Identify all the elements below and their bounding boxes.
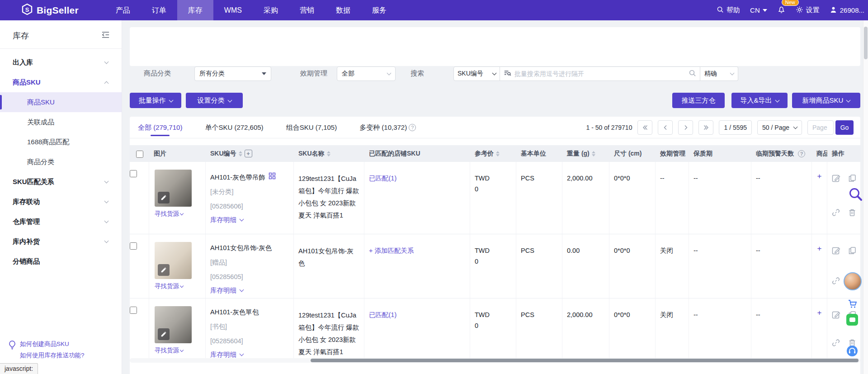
push-3pl-button[interactable]: 推送三方仓 bbox=[672, 93, 725, 108]
nav-item-purchase[interactable]: 采购 bbox=[253, 0, 289, 20]
vertical-scrollbar-thumb[interactable] bbox=[864, 27, 868, 59]
nav-item-inventory[interactable]: 库存 bbox=[177, 0, 213, 20]
cart-icon[interactable] bbox=[847, 298, 858, 309]
nav-item-marketing[interactable]: 营销 bbox=[289, 0, 325, 20]
sidebar-subitem-linked-finished[interactable]: 关联成品 bbox=[0, 112, 122, 132]
settings-button[interactable]: 设置 bbox=[796, 6, 820, 15]
nav-item-services[interactable]: 服务 bbox=[361, 0, 397, 20]
set-category-button[interactable]: 设置分类 bbox=[186, 93, 243, 108]
collapse-sidebar-icon[interactable] bbox=[101, 31, 110, 40]
edit-icon[interactable] bbox=[831, 310, 840, 330]
sku-name: 129test1231【CuJa箱包】今年流行 爆款 小包包 女 2023新款 … bbox=[294, 298, 364, 358]
first-page-button[interactable] bbox=[637, 120, 652, 135]
user-account[interactable]: 26908... bbox=[830, 6, 864, 15]
combination-sku-icon[interactable] bbox=[269, 172, 276, 183]
tab-single-sku[interactable]: 单个SKU (272,605) bbox=[205, 117, 263, 138]
sidebar-item-distribution[interactable]: 分销商品 bbox=[0, 251, 122, 271]
nav-item-wms[interactable]: WMS bbox=[213, 0, 253, 20]
help-button[interactable]: 帮助 bbox=[717, 6, 740, 14]
add-extra-link[interactable]: + bbox=[812, 234, 827, 298]
product-image[interactable] bbox=[155, 170, 192, 207]
link-icon[interactable] bbox=[831, 276, 840, 298]
chat-icon[interactable] bbox=[846, 314, 858, 326]
search-field-select[interactable]: SKU编号 bbox=[453, 66, 500, 81]
matched-store-sku-link[interactable]: 已匹配(1) bbox=[369, 175, 396, 182]
sidebar-subitem-1688-match[interactable]: 1688商品匹配 bbox=[0, 132, 122, 152]
link-icon[interactable] bbox=[831, 208, 840, 234]
add-column-icon[interactable] bbox=[245, 150, 252, 157]
headset-icon[interactable] bbox=[846, 345, 858, 357]
go-button[interactable]: Go bbox=[835, 120, 854, 135]
edit-image-icon[interactable] bbox=[158, 264, 170, 276]
sidebar-item-stock-sync[interactable]: 库存联动 bbox=[0, 192, 122, 212]
sort-icon[interactable] bbox=[239, 151, 242, 156]
tab-combo-sku[interactable]: 组合SKU (7,105) bbox=[286, 117, 337, 138]
sidebar-item-sku-match[interactable]: SKU匹配关系 bbox=[0, 172, 122, 192]
brand-logo[interactable]: S BigSeller bbox=[21, 3, 79, 18]
stock-detail-link[interactable]: 库存明细 bbox=[210, 285, 289, 296]
sort-icon[interactable] bbox=[327, 151, 330, 156]
chevron-down-icon bbox=[180, 348, 184, 351]
nav-item-data[interactable]: 数据 bbox=[325, 0, 361, 20]
row-checkbox[interactable] bbox=[130, 242, 137, 250]
sort-icon[interactable] bbox=[496, 151, 500, 156]
add-extra-link[interactable]: + bbox=[812, 162, 827, 234]
edit-image-icon[interactable] bbox=[158, 192, 170, 204]
row-checkbox[interactable] bbox=[130, 307, 137, 314]
page-jump-input[interactable] bbox=[812, 124, 829, 131]
add-extra-link[interactable]: + bbox=[812, 298, 827, 358]
sidebar-item-product-sku-group[interactable]: 商品SKU bbox=[0, 72, 122, 92]
sidebar-item-inout[interactable]: 出入库 bbox=[0, 52, 122, 72]
sku-code: AH101-灰色帶吊飾 bbox=[210, 172, 265, 183]
sidebar-subitem-product-sku[interactable]: 商品SKU bbox=[0, 92, 122, 112]
find-source-link[interactable]: 寻找货源 bbox=[155, 210, 205, 218]
help-link-stock-push[interactable]: 如何使用库存推送功能? bbox=[20, 351, 85, 360]
help-link-create-sku[interactable]: 如何创建商品SKU bbox=[20, 340, 85, 348]
sidebar-item-replenish[interactable]: 库内补货 bbox=[0, 232, 122, 251]
find-source-link[interactable]: 寻找货源 bbox=[155, 346, 205, 355]
edit-icon[interactable] bbox=[831, 246, 840, 268]
import-export-button[interactable]: 导入&导出 bbox=[731, 93, 788, 108]
language-selector[interactable]: CN bbox=[750, 6, 767, 14]
add-sku-button[interactable]: 新增商品SKU bbox=[792, 93, 860, 108]
nav-item-products[interactable]: 产品 bbox=[105, 0, 141, 20]
link-icon[interactable] bbox=[831, 338, 840, 358]
expiry-select[interactable]: 全部 bbox=[337, 66, 396, 81]
sidebar-subitem-product-category[interactable]: 商品分类 bbox=[0, 152, 122, 172]
find-source-link[interactable]: 寻找货源 bbox=[155, 282, 205, 290]
question-icon[interactable] bbox=[409, 124, 416, 131]
category-select[interactable]: 所有分类 bbox=[194, 66, 271, 81]
next-page-button[interactable] bbox=[678, 120, 693, 135]
copy-icon[interactable] bbox=[848, 246, 857, 268]
sort-icon[interactable] bbox=[592, 151, 595, 156]
edit-icon[interactable] bbox=[831, 174, 840, 200]
nav-item-orders[interactable]: 订单 bbox=[141, 0, 177, 20]
product-image[interactable] bbox=[155, 242, 192, 279]
product-image[interactable] bbox=[155, 306, 192, 343]
add-match-link[interactable]: + 添加匹配关系 bbox=[369, 247, 414, 254]
match-mode-select[interactable]: 精确 bbox=[700, 66, 738, 81]
sidebar-item-warehouse[interactable]: 仓库管理 bbox=[0, 212, 122, 232]
delete-icon[interactable] bbox=[848, 208, 857, 234]
matched-store-sku-link[interactable]: 已匹配(1) bbox=[369, 311, 396, 318]
tab-all[interactable]: 全部 (279,710) bbox=[138, 117, 182, 138]
horizontal-scrollbar-thumb[interactable] bbox=[311, 359, 859, 362]
tab-multi-variant[interactable]: 多变种 (10,372) bbox=[359, 117, 416, 138]
question-icon[interactable] bbox=[798, 150, 805, 157]
search-submit-icon[interactable] bbox=[689, 69, 696, 79]
page-size-select[interactable]: 50 / Page bbox=[757, 120, 802, 135]
floating-search-tool[interactable] bbox=[848, 186, 864, 204]
support-avatar[interactable] bbox=[844, 272, 862, 290]
batch-search-icon[interactable] bbox=[504, 69, 511, 79]
select-all-checkbox[interactable] bbox=[136, 151, 143, 158]
stock-detail-link[interactable]: 库存明细 bbox=[210, 214, 289, 225]
weight: 2,000.00 bbox=[562, 162, 609, 234]
edit-image-icon[interactable] bbox=[158, 328, 170, 340]
last-page-button[interactable] bbox=[698, 120, 713, 135]
batch-actions-button[interactable]: 批量操作 bbox=[130, 93, 181, 108]
notifications-button[interactable]: New bbox=[777, 5, 786, 15]
prev-page-button[interactable] bbox=[658, 120, 673, 135]
stock-detail-link[interactable]: 库存明细 bbox=[210, 349, 289, 358]
search-input[interactable] bbox=[514, 70, 685, 77]
row-checkbox[interactable] bbox=[130, 170, 137, 177]
